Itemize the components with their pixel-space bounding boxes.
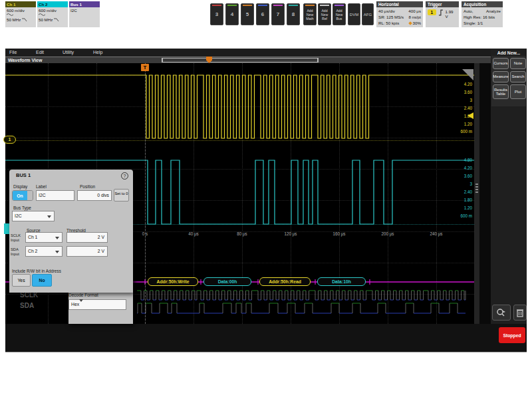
ch2-badge[interactable]: Ch 2 600 m/div 50 MHz bbox=[37, 1, 68, 27]
rw-no-button[interactable]: No bbox=[32, 274, 52, 287]
waveform-handle-icon[interactable] bbox=[462, 69, 473, 80]
ch1-bandwidth: 50 MHz bbox=[7, 17, 21, 22]
bus-decode-box: Data:10h bbox=[317, 277, 366, 286]
position-input[interactable]: 0 divs bbox=[77, 190, 112, 201]
channel-4-button[interactable]: 4 bbox=[225, 3, 239, 25]
trigger-position-line[interactable] bbox=[145, 63, 146, 324]
horizontal-overview-bar[interactable] bbox=[162, 58, 319, 63]
channel-7-button[interactable]: 7 bbox=[271, 3, 285, 25]
menu-file[interactable]: File bbox=[9, 50, 17, 55]
ch1-reference-marker[interactable]: 1 bbox=[3, 136, 16, 144]
grid-line-horizontal bbox=[5, 138, 474, 138]
add-note-button[interactable]: Note bbox=[510, 58, 526, 69]
add-new-bus-button[interactable]: Add New Bus bbox=[332, 3, 346, 25]
delete-button[interactable] bbox=[513, 305, 527, 321]
menu-edit[interactable]: Edit bbox=[36, 50, 44, 55]
ch2-axis-label: 2.40 bbox=[452, 190, 472, 194]
time-axis-label: 160 μs bbox=[326, 231, 352, 236]
rising-edge-icon bbox=[438, 9, 444, 16]
bus-decode-box: Addr:50h:Write bbox=[148, 277, 198, 286]
sda-source-dropdown[interactable]: Ch 2 bbox=[25, 246, 63, 257]
compress-icon bbox=[408, 21, 412, 25]
channel-8-button[interactable]: 8 bbox=[287, 3, 300, 25]
ch2-axis-label: 600 m bbox=[452, 213, 472, 218]
waveform-view-title: Waveform View bbox=[8, 58, 42, 63]
bus-type-dropdown[interactable]: I2C bbox=[12, 211, 55, 221]
ch1-axis-label: 3 bbox=[452, 98, 472, 102]
menu-help[interactable]: Help bbox=[93, 50, 102, 55]
time-axis-label: 200 μs bbox=[374, 231, 401, 236]
acquisition-panel[interactable]: Acquisition Auto,Analyze High Res: 16 bi… bbox=[462, 1, 503, 27]
chevron-down-icon bbox=[55, 251, 59, 253]
magnifier-cursor-icon bbox=[496, 308, 507, 317]
ch1-axis-label: 1.80 bbox=[452, 114, 472, 118]
decode-format-dropdown[interactable]: Hex bbox=[68, 299, 126, 310]
chevron-down-icon bbox=[55, 237, 59, 239]
trigger-source-chip: 1 bbox=[428, 9, 436, 15]
set-to-zero-button[interactable]: Set to 0 bbox=[114, 189, 129, 201]
coupling-icon bbox=[39, 13, 45, 17]
sclk-threshold-input[interactable]: 2 V bbox=[66, 232, 108, 243]
add-results-table-button[interactable]: Results Table bbox=[493, 84, 509, 99]
time-axis-label: 80 μs bbox=[229, 231, 255, 236]
sda-input-label: SDA Input bbox=[11, 247, 25, 256]
sda-threshold-input[interactable]: 2 V bbox=[66, 246, 108, 257]
ch1-axis-label: 4.20 bbox=[452, 82, 472, 86]
add-search-button[interactable]: Search bbox=[510, 71, 526, 82]
results-bar: Add New... Cursors Note Measure Search R… bbox=[491, 49, 527, 324]
run-stop-button[interactable]: Stopped bbox=[499, 327, 525, 343]
ch1-badge-header: Ch 1 bbox=[5, 1, 36, 7]
menu-utility[interactable]: Utility bbox=[63, 50, 74, 55]
bus-decode-box: Addr:50h:Read bbox=[259, 277, 311, 286]
grid-line-horizontal bbox=[5, 75, 474, 76]
add-new-ref-button[interactable]: Add New Ref bbox=[318, 3, 331, 25]
ch2-axis-label: 4.20 bbox=[452, 166, 472, 170]
sclk-source-dropdown[interactable]: Ch 1 bbox=[25, 232, 63, 243]
bus1-badge[interactable]: Bus 1 I2C bbox=[69, 1, 100, 27]
bus-decode-box: Data:00h bbox=[203, 277, 251, 286]
ch2-badge-header: Ch 2 bbox=[37, 1, 68, 7]
add-new-math-button[interactable]: Add New Math bbox=[303, 3, 317, 25]
bus1-dialog: BUS 1 ? Display Label Position On I2C 0 … bbox=[9, 170, 133, 293]
dvm-button[interactable]: DVM bbox=[348, 3, 360, 25]
acquisition-title: Acquisition bbox=[462, 1, 503, 7]
trigger-title: Trigger bbox=[426, 1, 459, 7]
trigger-t-marker[interactable]: T bbox=[141, 64, 149, 71]
horizontal-panel[interactable]: Horizontal 40 μs/div400 μs SR: 125 MS/s8… bbox=[376, 1, 423, 27]
add-new-title: Add New... bbox=[491, 51, 527, 55]
display-on-toggle[interactable]: On bbox=[12, 190, 33, 201]
display-label: Display bbox=[13, 184, 27, 189]
rw-yes-button[interactable]: Yes bbox=[12, 274, 31, 287]
label-label: Label bbox=[36, 184, 47, 189]
trigger-panel[interactable]: Trigger 1 1.99 V bbox=[426, 1, 459, 27]
rw-bit-label: Include R/W bit in Address bbox=[12, 269, 61, 273]
ch2-axis-label: 1.20 bbox=[452, 205, 472, 210]
ch1-scale: 600 m/div bbox=[7, 8, 35, 13]
channel-6-button[interactable]: 6 bbox=[256, 3, 269, 25]
trash-icon bbox=[516, 308, 524, 317]
time-axis-label: 120 μs bbox=[277, 231, 304, 236]
zoom-mode-button[interactable] bbox=[492, 305, 511, 321]
help-button[interactable]: ? bbox=[121, 172, 128, 180]
ch2-axis-label: 1.80 bbox=[452, 198, 472, 202]
channel-5-button[interactable]: 5 bbox=[241, 3, 254, 25]
channel-3-button[interactable]: 3 bbox=[210, 3, 223, 25]
afg-button[interactable]: AFG bbox=[362, 3, 374, 25]
trigger-level: 1.99 V bbox=[446, 9, 457, 19]
add-cursors-button[interactable]: Cursors bbox=[493, 58, 509, 69]
bus1-badge-header: Bus 1 bbox=[69, 1, 100, 7]
digital-sda-label: SDA bbox=[20, 302, 34, 309]
bus-label-input[interactable]: I2C bbox=[36, 190, 74, 201]
add-measure-button[interactable]: Measure bbox=[493, 71, 509, 82]
add-plot-button[interactable]: Plot bbox=[510, 84, 526, 99]
ch2-bandwidth: 50 MHz bbox=[39, 17, 53, 22]
ch2-axis-label: 4.80 bbox=[452, 158, 472, 162]
ch1-badge[interactable]: Ch 1 600 m/div 50 MHz bbox=[5, 1, 36, 27]
ch2-axis-label: 3 bbox=[452, 182, 472, 186]
grid-line-vertical bbox=[388, 63, 388, 324]
settings-bar bbox=[5, 324, 527, 352]
ch1-zero-line bbox=[5, 140, 474, 141]
panel-grip-icon[interactable] bbox=[475, 184, 478, 194]
ch2-axis-label: 3.60 bbox=[452, 174, 472, 178]
bandwidth-icon bbox=[22, 18, 27, 22]
